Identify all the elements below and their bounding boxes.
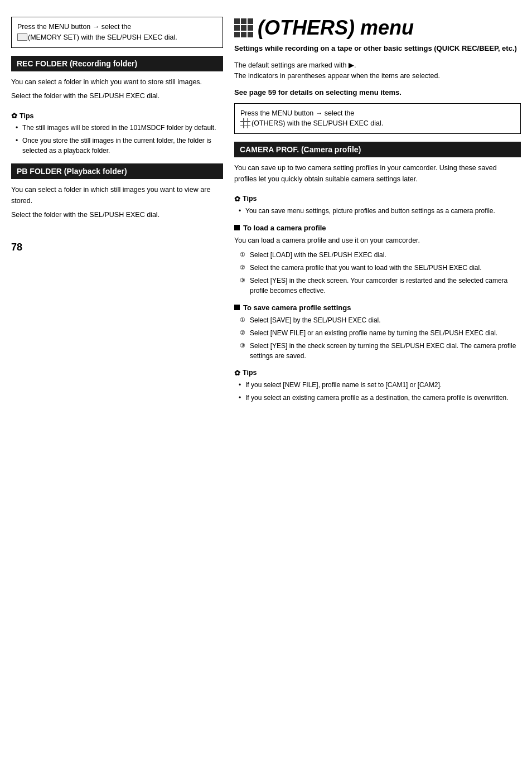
svg-rect-11 [248,118,250,121]
svg-rect-3 [234,25,240,31]
save-tips-heading: ✿ Tips [234,369,521,377]
load-steps-list: ① Select [LOAD] with the SEL/PUSH EXEC d… [234,250,521,296]
memory-icon [17,33,27,41]
rec-folder-header: REC FOLDER (Recording folder) [11,56,223,71]
svg-rect-8 [248,32,253,37]
load-step-1: ① Select [LOAD] with the SEL/PUSH EXEC d… [240,250,521,260]
save-step-1: ① Select [SAVE] by the SEL/PUSH EXEC dia… [240,315,521,325]
load-profile-title: To load a camera profile [234,224,521,232]
camera-prof-body: You can save up to two camera setting pr… [234,163,521,185]
camera-prof-tips-list: You can save menu settings, picture prof… [234,206,521,216]
right-instruction-box: Press the MENU button → select the (OTHE… [234,103,521,134]
rec-folder-p1: You can select a folder in which you wan… [11,77,223,88]
tips-icon-3: ✿ [234,369,240,377]
svg-rect-9 [240,118,243,121]
num-circle-2: ② [240,263,245,272]
page: Press the MENU button → select the (MEMO… [0,0,532,757]
save-step-2: ② Select [NEW FILE] or an existing profi… [240,328,521,338]
pb-folder-body: You can select a folder in which still i… [11,185,223,220]
camera-prof-tips-heading: ✿ Tips [234,195,521,203]
svg-rect-17 [248,126,250,128]
camera-prof-p1: You can save up to two camera setting pr… [234,163,521,185]
save-tips-list: If you select [NEW FILE], profile name i… [234,380,521,403]
svg-rect-4 [241,25,246,31]
page-title-area: (OTHERS) menu Settings while recording o… [234,17,521,54]
save-steps-list: ① Select [SAVE] by the SEL/PUSH EXEC dia… [234,315,521,361]
left-column: Press the MENU button → select the (MEMO… [11,17,223,740]
pb-folder-header: PB FOLDER (Playback folder) [11,163,223,179]
instruction-text-left: Press the MENU button → select the [17,23,131,31]
see-page-note: See page 59 for details on selecting men… [234,88,521,98]
page-main-title: (OTHERS) menu [234,17,521,39]
num-circle-1: ① [240,250,245,259]
svg-rect-10 [244,118,247,121]
svg-rect-6 [234,32,240,37]
pb-folder-p2: Select the folder with the SEL/PUSH EXEC… [11,210,223,220]
svg-rect-2 [248,18,253,24]
others-label: (OTHERS) with the SEL/PUSH EXEC dial. [252,119,383,127]
save-profile-title: To save camera profile settings [234,303,521,312]
svg-rect-7 [241,32,246,37]
load-step-2: ② Select the camera profile that you wan… [240,263,521,273]
load-profile-body: You can load a camera profile and use it… [234,235,521,246]
svg-rect-1 [241,18,246,24]
save-tip-2: If you select an existing camera profile… [239,393,521,403]
svg-rect-16 [244,126,247,128]
page-subtitle: Settings while recording on a tape or ot… [234,44,521,54]
svg-rect-0 [234,18,240,24]
right-column: (OTHERS) menu Settings while recording o… [234,17,521,740]
memory-label: (MEMORY SET) with the SEL/PUSH EXEC dial… [28,33,177,41]
num-circle-5: ② [240,328,245,337]
rec-tip-2: Once you store the still images in the c… [16,136,223,156]
load-step-3: ③ Select [YES] in the check screen. Your… [240,276,521,296]
num-circle-4: ① [240,315,245,325]
pb-folder-p1: You can select a folder in which still i… [11,185,223,206]
svg-rect-15 [240,126,243,128]
camera-tip-1: You can save menu settings, picture prof… [239,206,521,216]
svg-rect-13 [244,122,247,125]
camera-prof-header: CAMERA PROF. (Camera profile) [234,142,521,157]
page-title-text: (OTHERS) menu [258,17,414,39]
rec-folder-p2: Select the folder with the SEL/PUSH EXEC… [11,91,223,102]
num-circle-6: ③ [240,341,245,350]
svg-rect-14 [248,122,250,125]
rec-folder-tips-list: The still images will be stored in the 1… [11,123,223,156]
instruction-text-right: Press the MENU button → select the [240,109,354,117]
tips-icon-2: ✿ [234,195,240,203]
others-icon-small [240,118,250,128]
num-circle-3: ③ [240,276,245,285]
page-number: 78 [11,230,223,253]
default-note: The default settings are marked with ▶. … [234,60,521,82]
save-tip-1: If you select [NEW FILE], profile name i… [239,380,521,390]
save-step-3: ③ Select [YES] in the check screen by tu… [240,341,521,361]
black-square-1 [234,225,240,230]
black-square-2 [234,305,240,310]
rec-tip-1: The still images will be stored in the 1… [16,123,223,133]
others-grid-icon [234,18,253,37]
default-note-1: The default settings are marked with ▶. [234,60,521,71]
svg-rect-12 [240,122,243,125]
default-note-2: The indicators in parentheses appear whe… [234,71,521,81]
tips-icon-1: ✿ [11,112,17,120]
left-instruction-box: Press the MENU button → select the (MEMO… [11,17,223,48]
rec-folder-body: You can select a folder in which you wan… [11,77,223,102]
rec-folder-tips-heading: ✿ Tips [11,112,223,120]
svg-rect-5 [248,25,253,31]
